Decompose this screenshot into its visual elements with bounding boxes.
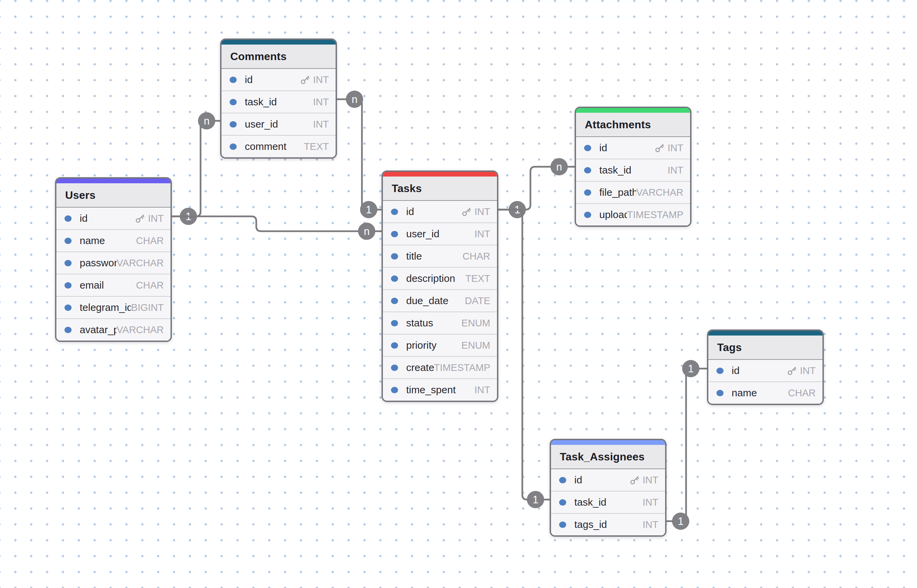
primary-key-icon (300, 74, 310, 85)
cardinality-label: n (556, 161, 562, 173)
field-dot-icon[interactable] (391, 365, 398, 371)
field-row[interactable]: idINT (57, 208, 170, 229)
field-dot-icon[interactable] (65, 282, 71, 289)
entity-table-tags[interactable]: Tags idINTnameCHAR (707, 330, 824, 405)
field-dot-icon[interactable] (716, 390, 723, 396)
field-dot-icon[interactable] (230, 121, 237, 128)
field-row[interactable]: idINT (551, 469, 665, 491)
field-dot-icon[interactable] (584, 189, 591, 196)
table-header[interactable]: Tasks (383, 176, 497, 201)
field-dot-icon[interactable] (559, 522, 566, 528)
field-row[interactable]: nameCHAR (708, 381, 822, 404)
field-name: user_id (245, 118, 313, 130)
cardinality-badge: 1 (682, 360, 699, 377)
field-row[interactable]: emailCHAR (57, 274, 170, 296)
field-row[interactable]: upload...TIMESTAMP (576, 203, 690, 226)
field-type: INT (300, 74, 329, 86)
relationship-line[interactable] (172, 121, 220, 216)
field-dot-icon[interactable] (391, 298, 398, 304)
cardinality-label: 1 (366, 204, 371, 216)
table-title: Task_Assignees (560, 451, 645, 463)
field-dot-icon[interactable] (65, 327, 71, 333)
field-row[interactable]: due_dateDATE (383, 289, 497, 312)
field-row[interactable]: tags_idINT (551, 513, 665, 535)
field-row[interactable]: descriptionTEXT (383, 267, 497, 289)
entity-table-attachments[interactable]: Attachments idINTtask_idINTfile_pathVARC… (575, 107, 691, 227)
field-dot-icon[interactable] (391, 320, 398, 326)
diagram-canvas[interactable]: { "diagram": { "background_dot_color": "… (0, 0, 917, 588)
table-header[interactable]: Task_Assignees (551, 445, 665, 469)
field-row[interactable]: task_idINT (576, 158, 690, 181)
field-row[interactable]: nameCHAR (57, 229, 170, 252)
cardinality-badge: 1 (672, 513, 689, 530)
field-row[interactable]: commentTEXT (222, 135, 336, 157)
field-row[interactable]: titleCHAR (383, 245, 497, 267)
field-row[interactable]: time_spentINT (383, 378, 497, 401)
table-header[interactable]: Tags (708, 336, 822, 360)
field-dot-icon[interactable] (391, 231, 398, 237)
field-dot-icon[interactable] (391, 342, 398, 349)
field-type: INT (668, 165, 683, 176)
field-dot-icon[interactable] (65, 260, 71, 267)
field-row[interactable]: task_idINT (551, 491, 665, 513)
table-fields: idINTuser_idINTtitleCHARdescriptionTEXTd… (383, 201, 497, 401)
field-dot-icon[interactable] (716, 368, 723, 374)
field-name: upload... (599, 209, 627, 220)
field-name: task_id (574, 496, 642, 508)
relationship-line[interactable] (498, 210, 550, 499)
field-dot-icon[interactable] (391, 253, 398, 260)
field-row[interactable]: idINT (576, 137, 690, 158)
field-row[interactable]: task_idINT (222, 90, 336, 113)
table-color-bar (383, 172, 497, 176)
field-dot-icon[interactable] (584, 167, 591, 173)
field-row[interactable]: user_idINT (383, 223, 497, 245)
field-row[interactable]: priorityENUM (383, 334, 497, 356)
field-dot-icon[interactable] (391, 275, 398, 282)
entity-table-comments[interactable]: Comments idINTtask_idINTuser_idINTcommen… (220, 39, 337, 158)
field-dot-icon[interactable] (391, 208, 398, 215)
field-row[interactable]: telegram_idBIGINT (57, 296, 170, 318)
field-dot-icon[interactable] (65, 215, 71, 222)
field-dot-icon[interactable] (230, 144, 237, 150)
table-fields: idINTnameCHAR (708, 360, 822, 404)
entity-table-tasks[interactable]: Tasks idINTuser_idINTtitleCHARdescriptio… (382, 170, 498, 402)
table-header[interactable]: Comments (222, 45, 336, 69)
table-fields: idINTtask_idINTtags_idINT (551, 469, 665, 535)
field-row[interactable]: avatar_pa...VARCHAR (57, 318, 170, 341)
field-dot-icon[interactable] (559, 499, 566, 506)
field-type: TIMESTAMP (627, 209, 683, 220)
table-title: Comments (230, 50, 287, 63)
entity-table-task-assignees[interactable]: Task_Assignees idINTtask_idINTtags_idINT (550, 439, 666, 537)
field-row[interactable]: statusENUM (383, 312, 497, 334)
relationship-line[interactable] (666, 368, 707, 521)
relationship-line[interactable] (336, 99, 382, 210)
field-dot-icon[interactable] (230, 77, 237, 83)
table-header[interactable]: Users (57, 183, 170, 208)
field-row[interactable]: file_pathVARCHAR (576, 181, 690, 203)
field-row[interactable]: idINT (383, 201, 497, 223)
field-row[interactable]: idINT (708, 360, 822, 381)
field-name: priority (406, 339, 461, 351)
field-row[interactable]: idINT (222, 69, 336, 90)
field-dot-icon[interactable] (584, 212, 591, 218)
relationship-line[interactable] (172, 216, 382, 231)
field-dot-icon[interactable] (230, 99, 237, 105)
field-name: description (406, 273, 465, 284)
field-name: id (245, 74, 300, 86)
field-type: ENUM (461, 340, 490, 351)
field-dot-icon[interactable] (391, 387, 398, 393)
primary-key-icon (787, 365, 797, 376)
field-dot-icon[interactable] (584, 145, 591, 151)
table-header[interactable]: Attachments (576, 113, 690, 137)
entity-table-users[interactable]: Users idINTnameCHARpasswordVARCHARemailC… (55, 177, 172, 342)
table-fields: idINTtask_idINTuser_idINTcommentTEXT (222, 69, 336, 157)
field-dot-icon[interactable] (65, 304, 71, 311)
field-row[interactable]: passwordVARCHAR (57, 252, 170, 274)
field-name: created... (406, 362, 434, 373)
field-type: VARCHAR (116, 258, 164, 269)
field-dot-icon[interactable] (65, 237, 71, 244)
cardinality-label: 1 (688, 363, 694, 375)
field-row[interactable]: user_idINT (222, 113, 336, 135)
field-row[interactable]: created...TIMESTAMP (383, 356, 497, 378)
field-dot-icon[interactable] (559, 477, 566, 483)
